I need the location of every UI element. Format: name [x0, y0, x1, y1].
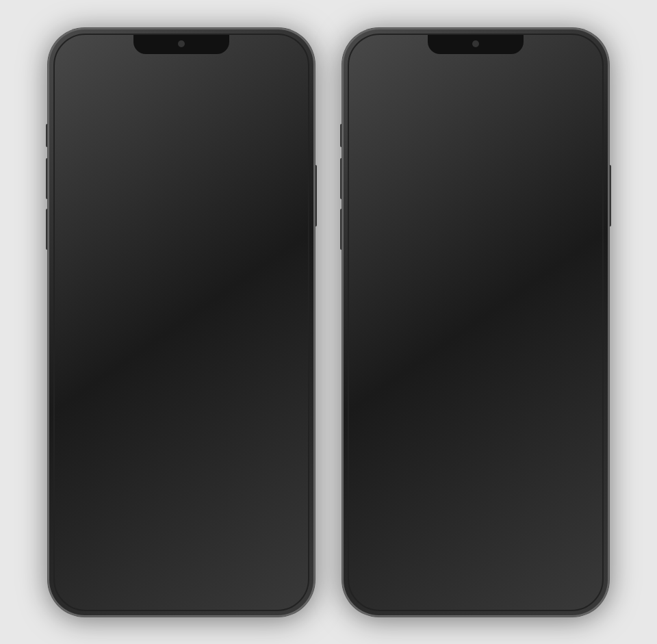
- post-image: [59, 131, 304, 440]
- top-bar: ‹ Photo ↺: [59, 64, 304, 96]
- mute-button: [340, 124, 343, 147]
- refresh-button[interactable]: ↺: [281, 73, 292, 88]
- device-silver-2: [483, 143, 596, 344]
- more-options-button-2[interactable]: ···: [578, 106, 590, 120]
- emoji-row: 😘 ❤️ 🙌 🔥 👏 😢 😍 😮: [59, 532, 304, 558]
- comment-content: chi_lango123 👍 3d 1 like Reply: [389, 530, 578, 552]
- avatar-2[interactable]: [361, 102, 385, 125]
- device-silver: [188, 143, 302, 349]
- volume-down-button: [340, 209, 343, 250]
- comment-button[interactable]: ○: [92, 478, 101, 496]
- likes-text: Liked by chellebean22 and 84 others: [107, 505, 246, 515]
- profile-row: junesiphone ···: [59, 96, 304, 131]
- likes-count-2: 84 others: [504, 497, 540, 506]
- liked-username[interactable]: chellebean22: [140, 505, 191, 515]
- top-bar-2: ‹ Photo ↺: [353, 64, 598, 96]
- device-speaker: [144, 325, 188, 393]
- commenter-avatar: [363, 530, 383, 551]
- power-button: [314, 165, 317, 227]
- svg-point-1: [73, 115, 85, 123]
- profile-username[interactable]: junesiphone: [96, 108, 278, 119]
- comment-input[interactable]: Add a comment...: [93, 563, 294, 584]
- svg-point-0: [75, 107, 82, 114]
- comment-input-2[interactable]: Add a comment...: [387, 563, 589, 584]
- liked-avatars: [68, 503, 101, 517]
- add-comment-row: Add a comment...: [59, 558, 304, 589]
- add-comment-row-2: Add a comment...: [353, 558, 598, 589]
- time-ago-2: 3 DAYS AGO: [353, 511, 598, 524]
- share-button-2[interactable]: ➤: [404, 470, 417, 488]
- promote-button-2[interactable]: Promote: [530, 439, 589, 457]
- insights-row-2: View Insights Promote: [353, 432, 598, 465]
- comment-time: 3d: [389, 544, 397, 552]
- profile-row-2: junesiphone ···: [353, 96, 598, 131]
- home-indicator: [59, 589, 304, 606]
- home-bar-2: [441, 595, 510, 597]
- emoji-hands[interactable]: 🙌: [111, 537, 128, 554]
- emoji-kissing[interactable]: 😘: [68, 537, 86, 554]
- device-speaker-2: [439, 320, 482, 387]
- emoji-wow[interactable]: 😮: [217, 537, 234, 554]
- promote-button[interactable]: Promote: [236, 447, 294, 465]
- screen-content-2: ‹ Photo ↺ junesiphone ···: [353, 39, 598, 606]
- view-insights-button[interactable]: View Insights: [68, 451, 125, 461]
- avatar[interactable]: [67, 102, 90, 125]
- mute-button: [46, 124, 49, 147]
- likes-count: 84 others: [209, 505, 246, 515]
- emoji-fire[interactable]: 🔥: [132, 537, 149, 554]
- liked-username-2[interactable]: chellebean22: [434, 497, 485, 506]
- phone-notch: [133, 35, 229, 54]
- svg-point-2: [370, 107, 376, 114]
- profile-username-2[interactable]: junesiphone: [390, 108, 572, 119]
- home-indicator-2: [353, 589, 598, 606]
- phone-notch: [428, 35, 524, 54]
- volume-up-button: [46, 158, 49, 199]
- phone-screen: ‹ Photo ↺ junesiphone ···: [59, 39, 304, 606]
- like-button-2[interactable]: ♡: [363, 470, 376, 488]
- comment-meta: 3d 1 like Reply: [389, 544, 578, 552]
- likes-text-2: Liked by chellebean22 and 84 others: [401, 497, 540, 506]
- screen-content: ‹ Photo ↺ junesiphone ···: [59, 39, 304, 606]
- page-title-2: Photo: [456, 74, 489, 88]
- like-button[interactable]: ♡: [68, 478, 82, 496]
- avatar-small: [382, 495, 396, 508]
- emoji-clap[interactable]: 👏: [153, 537, 170, 554]
- volume-up-button: [340, 158, 343, 199]
- post-image-2: [353, 131, 598, 432]
- comment-button-2[interactable]: ○: [386, 470, 395, 488]
- refresh-button-2[interactable]: ↺: [576, 73, 586, 88]
- current-user-avatar: [68, 564, 88, 583]
- commenter-username[interactable]: chi_lango123: [389, 532, 441, 542]
- back-button[interactable]: ‹: [71, 73, 76, 89]
- more-options-button[interactable]: ···: [283, 106, 296, 120]
- comment-like-button[interactable]: ♥: [583, 532, 589, 543]
- liked-avatars-2: [363, 495, 396, 508]
- home-bar: [147, 595, 216, 597]
- phone-2: ‹ Photo ↺ junesiphone ···: [342, 28, 609, 617]
- bookmark-button-2[interactable]: ⇲: [576, 470, 589, 488]
- emoji-cry[interactable]: 😢: [175, 537, 192, 554]
- comment-likes[interactable]: 1 like: [404, 544, 422, 552]
- back-button-2[interactable]: ‹: [365, 73, 370, 89]
- share-button[interactable]: ➤: [110, 478, 123, 496]
- phone-1: ‹ Photo ↺ junesiphone ···: [48, 28, 315, 617]
- svg-point-3: [367, 115, 379, 123]
- page-title: Photo: [162, 74, 195, 88]
- emoji-heart[interactable]: ❤️: [90, 537, 107, 554]
- bookmark-button[interactable]: ⇲: [282, 478, 294, 496]
- likes-row: Liked by chellebean22 and 84 others: [59, 502, 304, 519]
- volume-down-button: [46, 209, 49, 250]
- power-button: [608, 165, 611, 227]
- view-insights-button-2[interactable]: View Insights: [363, 443, 420, 453]
- avatar-small: [88, 503, 101, 517]
- comment-emoji: 👍: [446, 532, 456, 542]
- time-ago: 3 DAYS AGO: [59, 519, 304, 532]
- comment-row: chi_lango123 👍 3d 1 like Reply ♥: [353, 524, 598, 558]
- insights-row: View Insights Promote: [59, 440, 304, 473]
- current-user-avatar-2: [363, 564, 382, 583]
- comment-reply-button[interactable]: Reply: [428, 544, 448, 552]
- emoji-heart-eyes[interactable]: 😍: [196, 537, 213, 554]
- likes-row-2: Liked by chellebean22 and 84 others: [353, 493, 598, 511]
- actions-row: ♡ ○ ➤ ⇲: [59, 473, 304, 502]
- actions-row-2: ♡ ○ ➤ ⇲: [353, 465, 598, 493]
